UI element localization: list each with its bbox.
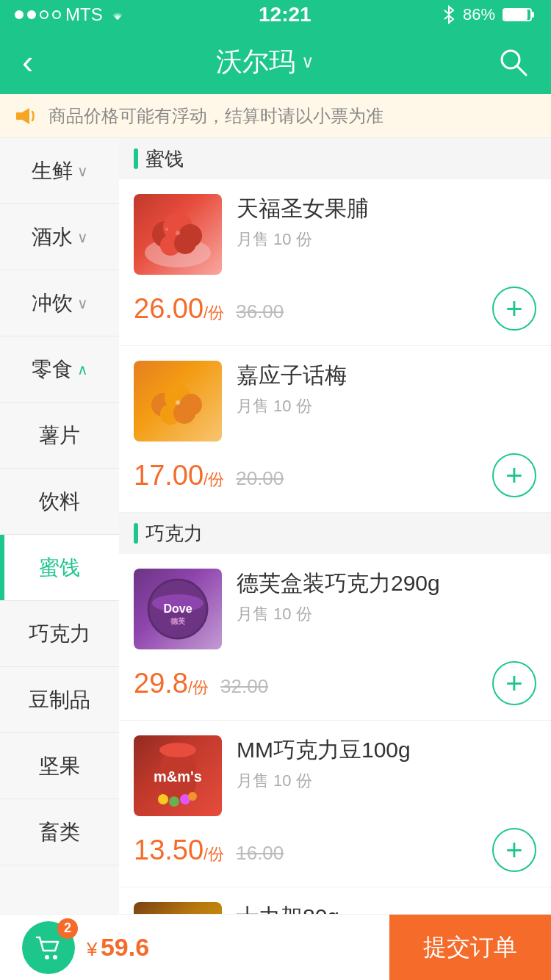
sidebar-item-beancurd[interactable]: 豆制品 — [0, 667, 119, 733]
sidebar-label-candied: 蜜饯 — [39, 554, 80, 582]
add-to-cart-p2[interactable]: + — [492, 453, 536, 497]
product-sales-p2: 月售 10 份 — [237, 395, 536, 417]
plum-svg — [137, 364, 218, 438]
sidebar-item-poultry[interactable]: 畜类 — [0, 799, 119, 865]
sidebar-item-chocolate[interactable]: 巧克力 — [0, 601, 119, 667]
add-to-cart-p1[interactable]: + — [492, 287, 536, 331]
sidebar-item-hotdrinks[interactable]: 冲饮 ∨ — [0, 270, 119, 336]
sidebar-label-chocolate: 巧克力 — [29, 620, 90, 648]
svg-point-26 — [159, 743, 196, 757]
sidebar-item-fresh[interactable]: 生鲜 ∨ — [0, 138, 119, 204]
product-image-p4: m&m's — [134, 735, 222, 816]
cart-total-amount: 59.6 — [101, 933, 149, 961]
sidebar-label-drinks: 酒水 — [32, 223, 73, 251]
product-top-p5: SNICKERS 士力架80g 月售 10 份 — [134, 902, 536, 914]
product-name-p3: 德芙盒装巧克力290g — [237, 569, 536, 597]
mm-svg: m&m's — [137, 739, 218, 813]
price-original-p2: 20.00 — [236, 467, 284, 490]
product-img-cherry — [134, 194, 222, 275]
product-bottom-p4: 13.50/份 16.00 + — [134, 816, 536, 887]
product-item-p2: 嘉应子话梅 月售 10 份 17.00/份 20.00 + — [119, 346, 551, 513]
notice-text: 商品价格可能有浮动，结算时请以小票为准 — [48, 104, 383, 128]
product-bottom-p2: 17.00/份 20.00 + — [134, 442, 536, 512]
section-bar-indicator — [134, 148, 138, 169]
product-img-mm: m&m's — [134, 735, 222, 816]
sidebar-label-nuts: 坚果 — [39, 752, 80, 780]
cart-total-display: ¥ 59.6 — [87, 933, 149, 962]
price-original-p3: 32.00 — [220, 675, 268, 698]
price-current-p2: 17.00/份 — [134, 460, 224, 491]
status-bar-right: 86% — [442, 5, 536, 24]
product-top-p2: 嘉应子话梅 月售 10 份 — [134, 361, 536, 442]
product-item-p5: SNICKERS 士力架80g 月售 10 份 — [119, 887, 551, 914]
price-current-p4: 13.50/份 — [134, 835, 224, 866]
header-title-group[interactable]: 沃尔玛 ∨ — [216, 44, 314, 80]
svg-text:Dove: Dove — [163, 602, 192, 615]
svg-text:德芙: 德芙 — [170, 617, 186, 625]
product-bottom-p3: 29.8/份 32.00 + — [134, 649, 536, 720]
add-to-cart-p3[interactable]: + — [492, 661, 536, 705]
snickers-svg: SNICKERS — [137, 906, 218, 914]
currency-symbol: ¥ — [87, 938, 97, 960]
product-name-p4: MM巧克力豆100g — [237, 735, 536, 764]
add-to-cart-p4[interactable]: + — [492, 828, 536, 872]
sidebar-item-nuts[interactable]: 坚果 — [0, 733, 119, 799]
chevron-down-icon: ∨ — [77, 228, 88, 246]
price-original-p4: 16.00 — [236, 842, 284, 865]
sidebar-label-poultry: 畜类 — [39, 818, 80, 846]
product-item-p3: Dove 德芙 德芙盒装巧克力290g 月售 10 份 29.8/份 32.00… — [119, 554, 551, 721]
cherry-svg — [137, 198, 218, 271]
chevron-up-icon: ∧ — [77, 361, 88, 378]
svg-rect-5 — [16, 112, 22, 120]
product-image-p5: SNICKERS — [134, 902, 222, 914]
sidebar-item-candied[interactable]: 蜜饯 — [0, 535, 119, 601]
cart-button[interactable]: 2 — [22, 921, 75, 974]
product-info-p3: 德芙盒装巧克力290g 月售 10 份 — [237, 569, 536, 625]
product-item-p1: 天福圣女果脯 月售 10 份 26.00/份 36.00 + — [119, 179, 551, 346]
notice-bar: 商品价格可能有浮动，结算时请以小票为准 — [0, 94, 551, 138]
svg-point-28 — [158, 794, 168, 804]
price-current-p3: 29.8/份 — [134, 668, 209, 699]
product-img-plum — [134, 361, 222, 442]
section-header-chocolate: 巧克力 — [119, 513, 551, 554]
product-info-p4: MM巧克力豆100g 月售 10 份 — [237, 735, 536, 792]
svg-point-12 — [176, 231, 180, 235]
svg-rect-2 — [504, 10, 527, 20]
product-image-p3: Dove 德芙 — [134, 569, 222, 649]
bottom-bar: 2 ¥ 59.6 提交订单 — [0, 914, 551, 980]
product-image-p1 — [134, 194, 222, 275]
search-button[interactable] — [497, 46, 529, 78]
price-original-p1: 36.00 — [236, 300, 284, 323]
status-bar-left: MTS — [15, 4, 128, 25]
section-header-candied: 蜜饯 — [119, 138, 551, 179]
signal-dots — [15, 10, 61, 19]
price-group-p3: 29.8/份 32.00 — [134, 668, 268, 699]
dropdown-arrow-icon: ∨ — [301, 51, 314, 72]
sidebar-item-snacks[interactable]: 零食 ∧ — [0, 336, 119, 403]
sidebar-label-hotdrinks: 冲饮 — [32, 289, 73, 317]
battery-label: 86% — [463, 5, 495, 24]
dot3 — [40, 10, 48, 19]
sidebar-item-chips[interactable]: 薯片 — [0, 403, 119, 469]
dove-svg: Dove 德芙 — [137, 572, 218, 646]
carrier-label: MTS — [65, 4, 103, 25]
product-name-p5: 士力架80g — [237, 902, 536, 914]
sidebar-item-drinks[interactable]: 酒水 ∨ — [0, 204, 119, 270]
speaker-icon — [15, 106, 38, 126]
battery-icon — [503, 7, 536, 23]
sidebar: 生鲜 ∨ 酒水 ∨ 冲饮 ∨ 零食 ∧ 薯片 饮料 蜜饯 巧克力 豆制品 — [0, 138, 119, 914]
svg-text:m&m's: m&m's — [154, 768, 202, 785]
back-button[interactable]: ‹ — [22, 42, 33, 82]
svg-point-11 — [174, 232, 196, 254]
sidebar-label-snacks: 零食 — [32, 356, 73, 383]
submit-order-button[interactable]: 提交订单 — [389, 915, 551, 981]
cart-icon — [35, 935, 62, 960]
section-title-candied: 蜜饯 — [145, 146, 184, 172]
cart-badge: 2 — [57, 918, 78, 939]
svg-line-4 — [517, 66, 526, 75]
section-bar-indicator-choc — [134, 523, 138, 544]
sidebar-label-fresh: 生鲜 — [32, 157, 73, 185]
sidebar-item-beverage[interactable]: 饮料 — [0, 469, 119, 535]
submit-label: 提交订单 — [423, 932, 517, 964]
svg-point-36 — [45, 955, 49, 959]
